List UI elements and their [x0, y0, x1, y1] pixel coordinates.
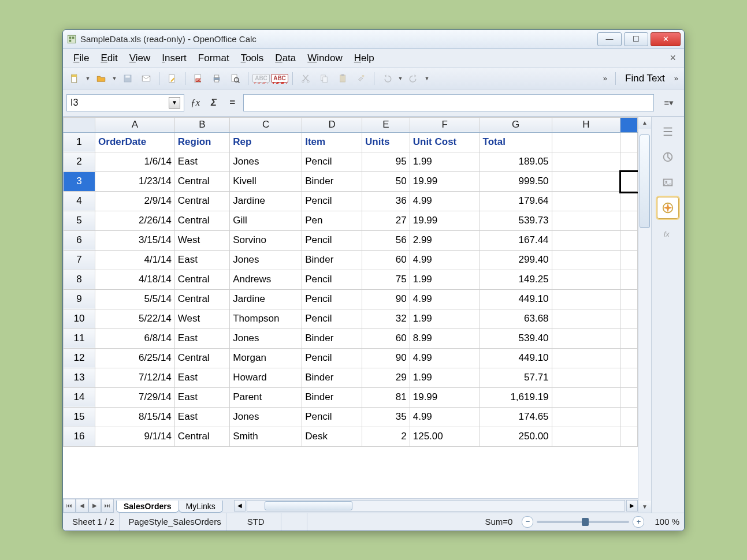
cell[interactable]	[552, 230, 620, 250]
cell[interactable]: 81	[362, 387, 410, 407]
cell[interactable]	[552, 132, 620, 152]
cell[interactable]	[552, 368, 620, 387]
paste-button[interactable]	[335, 70, 351, 87]
vscroll-up-arrow[interactable]: ▲	[638, 117, 651, 129]
cell[interactable]	[552, 270, 620, 289]
cell[interactable]	[620, 132, 638, 152]
menu-help[interactable]: Help	[348, 51, 380, 65]
cell[interactable]: 90	[362, 348, 410, 368]
cell[interactable]: 4/1/14	[95, 250, 175, 270]
cell[interactable]: Pencil	[302, 270, 362, 289]
cell[interactable]: Binder	[302, 171, 362, 191]
cell[interactable]	[552, 250, 620, 270]
zoom-in-button[interactable]: +	[633, 516, 644, 528]
col-header-A[interactable]: A	[95, 117, 175, 132]
row-header[interactable]: 10	[64, 309, 95, 328]
cell[interactable]	[620, 250, 638, 270]
cell[interactable]	[620, 211, 638, 230]
cell[interactable]	[620, 152, 638, 171]
cell[interactable]	[620, 427, 638, 446]
spellcheck-button[interactable]: ABC	[253, 70, 269, 87]
cell[interactable]: 299.40	[480, 250, 552, 270]
row-header[interactable]: 12	[64, 348, 95, 368]
sidebar-gallery-icon[interactable]	[657, 171, 679, 193]
cell[interactable]: Parent	[230, 387, 302, 407]
zoom-slider[interactable]: − +	[522, 516, 644, 528]
cell[interactable]	[620, 348, 638, 368]
cell[interactable]: 2	[362, 427, 410, 446]
col-header-G[interactable]: G	[480, 117, 552, 132]
hscroll-left-arrow[interactable]: ◀	[234, 500, 246, 512]
new-document-button[interactable]	[66, 70, 83, 87]
cell[interactable]: Item	[302, 132, 362, 152]
cell[interactable]: 19.99	[410, 211, 480, 230]
row-header[interactable]: 9	[64, 289, 95, 309]
menu-insert[interactable]: Insert	[156, 51, 192, 65]
zoom-track[interactable]	[537, 521, 629, 523]
row-header[interactable]: 6	[64, 230, 95, 250]
cell[interactable]	[552, 309, 620, 328]
cell[interactable]: 189.05	[480, 152, 552, 171]
cell[interactable]: Central	[174, 427, 229, 446]
cell[interactable]: Units	[362, 132, 410, 152]
cell[interactable]: Pencil	[302, 407, 362, 427]
row-header[interactable]: 14	[64, 387, 95, 407]
menu-data[interactable]: Data	[269, 51, 302, 65]
cell[interactable]	[620, 171, 638, 191]
vscroll-thumb[interactable]	[640, 135, 650, 228]
menu-file[interactable]: File	[68, 51, 95, 65]
cell[interactable]	[620, 270, 638, 289]
cell[interactable]: 125.00	[410, 427, 480, 446]
cell[interactable]: Rep	[230, 132, 302, 152]
cell[interactable]: 8.99	[410, 328, 480, 348]
cell[interactable]	[552, 152, 620, 171]
cell[interactable]	[620, 387, 638, 407]
col-header-B[interactable]: B	[174, 117, 229, 132]
cell[interactable]: 36	[362, 191, 410, 211]
cell[interactable]: Central	[174, 348, 229, 368]
toolbar-overflow-button[interactable]: »	[601, 74, 610, 83]
cell[interactable]: 63.68	[480, 309, 552, 328]
col-header-C[interactable]: C	[230, 117, 302, 132]
cell[interactable]	[620, 191, 638, 211]
cell[interactable]: 4.99	[410, 250, 480, 270]
close-document-button[interactable]: ×	[666, 52, 679, 64]
cell[interactable]: 8/15/14	[95, 407, 175, 427]
spreadsheet-grid[interactable]: A B C D E F G H 1OrderDateRegionRepItemU…	[63, 117, 638, 447]
zoom-percent[interactable]: 100 %	[649, 517, 679, 527]
cell[interactable]: Pencil	[302, 191, 362, 211]
cell[interactable]	[552, 407, 620, 427]
hscroll-thumb[interactable]	[265, 501, 352, 510]
cell[interactable]: Central	[174, 289, 229, 309]
grid-scroll-container[interactable]: A B C D E F G H 1OrderDateRegionRepItemU…	[63, 117, 638, 498]
cell[interactable]: 19.99	[410, 171, 480, 191]
row-header[interactable]: 11	[64, 328, 95, 348]
cut-button[interactable]	[298, 70, 314, 87]
menu-tools[interactable]: Tools	[235, 51, 270, 65]
sidebar-functions-icon[interactable]: fx	[657, 222, 679, 244]
row-header[interactable]: 3	[64, 171, 95, 191]
cell[interactable]: 6/8/14	[95, 328, 175, 348]
cell[interactable]: 1/23/14	[95, 171, 175, 191]
open-button[interactable]	[93, 70, 109, 87]
cell[interactable]: 1.99	[410, 309, 480, 328]
name-box-dropdown[interactable]: ▼	[169, 97, 180, 109]
col-header-F[interactable]: F	[410, 117, 480, 132]
vscroll-track[interactable]	[638, 129, 651, 501]
cell[interactable]: 539.40	[480, 328, 552, 348]
cell[interactable]: 449.10	[480, 348, 552, 368]
cell[interactable]: 95	[362, 152, 410, 171]
redo-dropdown[interactable]: ▼	[424, 76, 430, 81]
cell[interactable]: Pen	[302, 211, 362, 230]
cell[interactable]: Binder	[302, 250, 362, 270]
cell[interactable]	[620, 230, 638, 250]
sidebar-navigator-icon[interactable]	[657, 197, 679, 219]
function-wizard-button[interactable]: ƒx	[188, 95, 203, 110]
row-header[interactable]: 7	[64, 250, 95, 270]
cell[interactable]: Pencil	[302, 230, 362, 250]
cell[interactable]: Total	[480, 132, 552, 152]
cell[interactable]	[552, 427, 620, 446]
cell[interactable]	[620, 368, 638, 387]
cell[interactable]: 32	[362, 309, 410, 328]
sum-button[interactable]: Σ	[206, 95, 221, 110]
